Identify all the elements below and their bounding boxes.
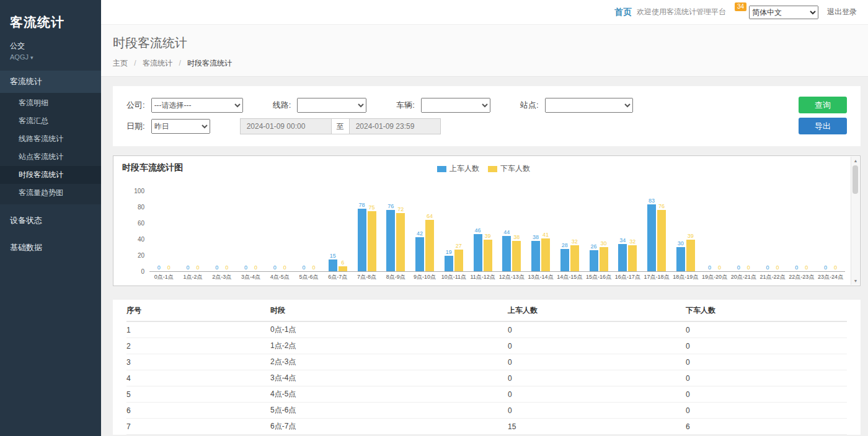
bar-column: 42 <box>415 230 424 271</box>
x-axis-label: 9点-10点 <box>410 272 440 282</box>
bar-column: 38 <box>512 234 521 271</box>
export-button[interactable]: 导出 <box>799 118 847 134</box>
bar-value-label: 0 <box>718 264 721 271</box>
bar-value-label: 34 <box>619 237 626 243</box>
query-button[interactable]: 查询 <box>799 97 847 113</box>
sidebar-item-trend-chart[interactable]: 客流量趋势图 <box>0 184 101 202</box>
legend-item-boarding[interactable]: 上车人数 <box>437 164 479 174</box>
scrollbar-thumb[interactable] <box>852 165 858 194</box>
sidebar-item-passenger-detail[interactable]: 客流明细 <box>0 94 101 112</box>
breadcrumb-home[interactable]: 主页 <box>113 59 128 68</box>
bar-value-label: 0 <box>312 264 316 271</box>
column-header-index: 序号 <box>126 305 270 316</box>
table-cell: 5 <box>126 390 270 399</box>
bar-pair: 00 <box>758 183 787 272</box>
bar-group: 001点-2点 <box>179 183 208 282</box>
vehicle-select[interactable] <box>421 98 490 113</box>
date-label: 日期: <box>126 121 145 132</box>
sidebar-item-passenger-stats[interactable]: 客流统计 <box>0 71 101 93</box>
table-cell: 1点-2点 <box>270 341 508 351</box>
caret-down-icon: ▾ <box>30 54 33 61</box>
table-cell: 4 <box>126 374 270 383</box>
bar-value-label: 15 <box>330 253 336 259</box>
company-select[interactable]: ---请选择--- <box>151 98 243 113</box>
bar-column: 76 <box>657 203 666 271</box>
line-select[interactable] <box>297 98 366 113</box>
x-axis-label: 22点-23点 <box>787 272 817 282</box>
org-code-label: AQGJ <box>10 53 29 61</box>
bar-value-label: 76 <box>658 203 665 209</box>
table-cell: 0 <box>508 390 686 399</box>
bar-value-label: 75 <box>369 204 375 211</box>
bar-value-label: 0 <box>167 264 170 271</box>
table-cell: 0 <box>508 358 686 367</box>
x-axis-label: 21点-22点 <box>758 272 787 282</box>
bar <box>484 240 492 271</box>
bar-pair: 156 <box>324 183 353 272</box>
station-select[interactable] <box>545 98 633 113</box>
bar-column: 41 <box>541 232 550 271</box>
bar-column: 0 <box>213 264 221 271</box>
y-axis-tick: 60 <box>138 220 144 227</box>
sidebar-item-passenger-summary[interactable]: 客流汇总 <box>0 112 101 130</box>
y-axis-tick: 20 <box>138 252 144 259</box>
bar-column: 39 <box>484 233 492 271</box>
bar <box>600 247 608 271</box>
bar-value-label: 32 <box>629 238 636 245</box>
date-end-input[interactable] <box>349 118 441 134</box>
bar-column: 0 <box>184 264 192 271</box>
bar-group: 0022点-23点 <box>787 183 817 282</box>
bar <box>686 240 695 271</box>
bar-column: 0 <box>252 264 260 271</box>
table-cell: 6 <box>126 406 270 415</box>
breadcrumb-passenger-stats[interactable]: 客流统计 <box>143 59 172 68</box>
bar-value-label: 0 <box>244 264 247 271</box>
home-link[interactable]: 首页 <box>614 7 632 18</box>
notification-badge[interactable]: 34 <box>735 2 746 11</box>
vehicle-filter: 车辆: <box>396 98 490 113</box>
date-range-to: 至 <box>332 118 349 134</box>
sidebar-item-base-data[interactable]: 基础数据 <box>0 237 101 259</box>
bar <box>676 247 685 271</box>
filter-panel: 公司: ---请选择--- 线路: 车辆: <box>113 86 861 146</box>
org-selector[interactable]: AQGJ▾ <box>0 51 101 71</box>
sidebar-item-period-stats[interactable]: 时段客流统计 <box>0 166 101 184</box>
y-axis-tick: 40 <box>138 236 144 243</box>
bar-pair: 8376 <box>642 183 671 272</box>
bar-group: 263015点-16点 <box>584 183 613 282</box>
topbar: 首页 欢迎使用客流统计管理平台 34 简体中文 退出登录 <box>101 0 868 25</box>
y-axis-tick: 0 <box>141 268 144 275</box>
bar-column: 72 <box>396 206 405 271</box>
bar-column: 15 <box>329 253 337 272</box>
chart-scrollbar[interactable]: ▲ ▼ <box>851 157 859 285</box>
chart-legend: 上车人数 下车人数 <box>437 164 530 174</box>
bar-pair: 00 <box>208 183 237 272</box>
bar <box>415 237 424 271</box>
logout-link[interactable]: 退出登录 <box>827 7 857 17</box>
table-cell: 0 <box>686 390 847 399</box>
date-start-input[interactable] <box>240 118 332 134</box>
date-preset-select[interactable]: 昨日 <box>151 119 210 134</box>
table-cell: 0 <box>686 358 847 367</box>
data-table: 序号 时段 上车人数 下车人数 10点-1点0021点-2点0032点-3点00… <box>113 300 861 435</box>
legend-item-alighting[interactable]: 下车人数 <box>488 164 530 174</box>
bar-value-label: 19 <box>446 249 452 255</box>
scroll-down-icon[interactable]: ▼ <box>851 279 860 283</box>
breadcrumb-separator: / <box>134 59 136 68</box>
sidebar-item-device-status[interactable]: 设备状态 <box>0 209 101 232</box>
bar <box>657 210 666 271</box>
chart-y-axis: 020406080100 <box>125 183 149 282</box>
language-select[interactable]: 简体中文 <box>749 6 818 19</box>
sidebar-item-station-stats[interactable]: 站点客流统计 <box>0 148 101 166</box>
scroll-up-icon[interactable]: ▲ <box>851 159 860 163</box>
table-cell: 6点-7点 <box>270 421 508 432</box>
x-axis-label: 18点-19点 <box>671 272 701 282</box>
bar-column: 30 <box>676 240 685 271</box>
station-filter: 站点: <box>520 98 633 113</box>
page-header: 时段客流统计 主页 / 客流统计 / 时段客流统计 <box>101 25 868 77</box>
sidebar-item-line-stats[interactable]: 线路客流统计 <box>0 130 101 148</box>
sidebar: 客流统计 公交 AQGJ▾ 客流统计 客流明细 客流汇总 线路客流统计 站点客流… <box>0 0 101 436</box>
bar-group: 000点-1点 <box>149 183 179 282</box>
y-axis-tick: 80 <box>138 204 144 211</box>
bar <box>628 245 637 271</box>
